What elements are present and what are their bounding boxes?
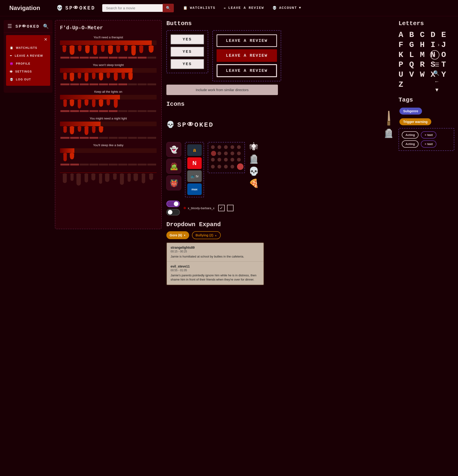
mobile-search-icon[interactable]: 🔍 (43, 24, 49, 29)
dropdown-tag-bullying[interactable]: Bullying (2) ▲ (192, 231, 221, 239)
svg-point-122 (76, 181, 81, 186)
search-input[interactable] (102, 4, 163, 12)
svg-point-77 (85, 102, 88, 106)
netflix-btn[interactable]: N (187, 157, 202, 169)
tag-acting-1[interactable]: Acting (402, 131, 418, 138)
toggle-col (166, 201, 180, 215)
bullying-label: Bullying (2) (196, 233, 213, 237)
settings-sidebar-icon: 🕷 (10, 70, 13, 73)
svg-point-137 (113, 176, 117, 180)
svg-point-59 (114, 77, 118, 81)
nav-links: 📋 WATCHLISTS ✒ LEAVE A REVIEW 💀 ACCOUNT … (183, 6, 301, 10)
leave-review-btn-1[interactable]: LEAVE A REVIEW (217, 34, 277, 47)
svg-rect-154 (388, 121, 390, 122)
meter-item-5: You'll sleep like a baby (60, 143, 157, 165)
hamburger-icon[interactable]: ☰ (8, 23, 12, 29)
buttons-section: Buttons YES YES YES LEAVE A REVIEW LEAVE… (166, 20, 394, 95)
letter-C: C (420, 30, 430, 40)
mobile-nav: ☰ SP👁OKED 🔍 ✕ 📋 WATCHLISTS ✒ LEAVE A REV… (4, 20, 52, 93)
sidebar-item-watchlists[interactable]: 📋 WATCHLISTS (6, 44, 50, 52)
nav-link-account[interactable]: 💀 ACCOUNT ▼ (272, 6, 301, 10)
fudom-section: F'd-Up-O-Meter You'll need a therapist (55, 20, 162, 229)
svg-point-62 (122, 76, 125, 79)
dropdown-arrow-icon[interactable]: ▼ (434, 87, 439, 93)
meter-label-4: You might need a night light (60, 117, 157, 120)
nav-link-leave-review[interactable]: ✒ LEAVE A REVIEW (224, 6, 264, 10)
include-directors-btn[interactable]: Include work from similar directors (166, 85, 278, 95)
svg-point-152 (149, 176, 153, 180)
yes-button-1[interactable]: YES (170, 34, 204, 44)
account-icon: 💀 (272, 6, 277, 10)
svg-point-95 (70, 130, 74, 134)
tag-text-2[interactable]: × text (421, 140, 436, 148)
apple-tv-btn[interactable]: 📺 tv (187, 170, 202, 182)
tag-subgenre[interactable]: Subgenre (399, 108, 422, 115)
svg-point-32 (139, 50, 143, 53)
letter-M: M (420, 50, 430, 60)
icons-section: Icons 💀 SP👁OKED 🪦 (166, 101, 394, 215)
svg-point-26 (124, 48, 127, 51)
meter-item-4: You might need a night light (60, 117, 157, 139)
max-btn[interactable]: max (187, 183, 202, 195)
meter-item-3: Keep all the lights on (60, 90, 157, 112)
sidebar-item-settings[interactable]: 🕷 SETTINGS (6, 68, 50, 76)
leave-review-buttons-col: LEAVE A REVIEW LEAVE A REVIEW LEAVE A RE… (212, 30, 281, 81)
sidebar-item-profile[interactable]: 😈 PROFILE (6, 60, 50, 68)
hamburger-nav-icon[interactable]: ☰ (435, 62, 439, 68)
search-button[interactable]: 🔍 (163, 4, 174, 12)
tag-text-1[interactable]: × text (421, 131, 436, 138)
buttons-title: Buttons (166, 20, 394, 27)
icons-skull-icon: 💀 (166, 121, 175, 128)
dropdown-tag-gore[interactable]: Gore (6) ▼ (166, 231, 189, 239)
letter-K: K (399, 50, 409, 60)
icons-logo: 💀 SP👁OKED (166, 121, 214, 128)
svg-point-29 (132, 51, 136, 56)
letter-R: R (420, 60, 430, 69)
search-nav-icon[interactable]: 🔍 (433, 70, 439, 76)
nav-link-watchlists[interactable]: 📋 WATCHLISTS (183, 6, 215, 10)
tag-trigger-warning[interactable]: Trigger warning (399, 118, 431, 125)
letter-E: E (441, 30, 451, 40)
letter-W: W (420, 70, 430, 79)
trigger-label: Trigger warning (403, 120, 428, 124)
svg-point-53 (99, 77, 103, 81)
yes-button-3[interactable]: YES (170, 59, 204, 69)
svg-point-134 (105, 178, 110, 182)
svg-point-74 (78, 105, 81, 109)
gore-label: Gore (6) (170, 233, 182, 237)
main-wrapper: ☰ SP👁OKED 🔍 ✕ 📋 WATCHLISTS ✒ LEAVE A REV… (0, 16, 458, 289)
back-circle-icon[interactable]: ‹ (430, 50, 439, 60)
letter-Y: Y (441, 70, 451, 79)
leave-review-btn-2[interactable]: LEAVE A REVIEW (217, 49, 277, 62)
sidebar-item-logout[interactable]: 💀 LOG OUT (6, 76, 50, 84)
amazon-btn[interactable]: a (187, 144, 202, 156)
gore-arrow: ▼ (184, 234, 186, 237)
svg-point-56 (107, 75, 110, 78)
toggle-off[interactable] (166, 209, 180, 215)
back-arrow-icon[interactable]: ← (434, 78, 439, 85)
toggle-on[interactable] (166, 201, 180, 207)
text-x-2: × (424, 142, 426, 146)
sidebar-item-leave-review[interactable]: ✒ LEAVE A REVIEW (6, 52, 50, 60)
text-x-1: × (424, 133, 426, 137)
svg-point-107 (99, 129, 103, 133)
letter-V: V (409, 70, 419, 79)
meter-label-1: You'll need a therapist (60, 35, 157, 39)
close-button[interactable]: ✕ (6, 36, 50, 44)
yes-button-2[interactable]: YES (170, 47, 204, 57)
letters-section: Letters A B C D E F G H I J K L M N O P … (399, 20, 454, 89)
review-timestamp-1: 00:15 - 00:25 (170, 250, 260, 253)
review-username-2: evil_steve11 (170, 264, 260, 268)
checkbox-unchecked[interactable] (227, 205, 234, 211)
ghost-icon-3: 👹 (166, 176, 181, 190)
svg-point-20 (108, 50, 113, 54)
tag-acting-2[interactable]: Acting (402, 140, 418, 148)
checkbox-checked[interactable]: ✓ (218, 205, 225, 211)
leave-review-btn-3[interactable]: LEAVE A REVIEW (217, 64, 277, 77)
ghost-icon-1: 👻 (166, 142, 181, 157)
chevron-right-icon[interactable]: › (438, 42, 439, 48)
sidebar-overlay: ✕ 📋 WATCHLISTS ✒ LEAVE A REVIEW 😈 PROFIL… (6, 35, 50, 86)
svg-point-143 (127, 179, 131, 182)
review-label: LEAVE A REVIEW (228, 6, 264, 10)
letter-Z: Z (399, 80, 409, 89)
